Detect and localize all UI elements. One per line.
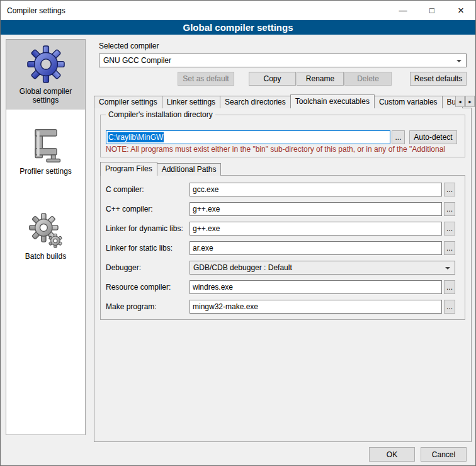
cpp-compiler-input[interactable] xyxy=(190,202,442,216)
debugger-select[interactable]: GDB/CDB debugger : Default xyxy=(190,261,455,275)
sidebar-item-profiler-settings[interactable]: Profiler settings xyxy=(6,121,85,181)
tab-strip: Compiler settings Linker settings Search… xyxy=(94,94,462,108)
sidebar-item-label: Batch builds xyxy=(8,252,83,261)
form-row: C++ compiler: ... xyxy=(101,202,465,216)
c-compiler-input[interactable] xyxy=(190,183,442,196)
form-row: Linker for dynamic libs: ... xyxy=(101,222,465,236)
sidebar-item-label: Global compiler settings xyxy=(8,87,83,105)
form-row: Resource compiler: ... xyxy=(101,280,465,294)
auto-detect-button[interactable]: Auto-detect xyxy=(409,130,457,144)
tab-scroll-left-icon[interactable]: ◄ xyxy=(455,96,465,107)
make-program-input[interactable] xyxy=(190,300,442,314)
make-program-label: Make program: xyxy=(106,302,157,311)
static-linker-input[interactable] xyxy=(190,241,442,255)
installation-directory-selected-text: C:\raylib\MinGW xyxy=(108,132,164,142)
tab-search-directories[interactable]: Search directories xyxy=(220,96,291,108)
rename-button[interactable]: Rename xyxy=(297,72,344,86)
window-controls: — □ × xyxy=(388,1,475,20)
close-icon[interactable]: × xyxy=(446,1,475,20)
selected-compiler-value: GNU GCC Compiler xyxy=(103,56,171,65)
browse-button[interactable]: ... xyxy=(392,130,405,144)
tab-toolchain-executables[interactable]: Toolchain executables xyxy=(290,94,375,108)
compiler-settings-window: Compiler settings — □ × Global compiler … xyxy=(0,0,476,466)
installation-directory-group-title: Compiler's installation directory xyxy=(106,110,215,119)
note-text: NOTE: All programs must exist either in … xyxy=(106,145,462,154)
toolchain-executables-panel: Compiler's installation directory C:\ray… xyxy=(94,108,472,442)
cancel-button[interactable]: Cancel xyxy=(421,447,467,462)
reset-defaults-button[interactable]: Reset defaults xyxy=(410,72,467,86)
c-compiler-label: C compiler: xyxy=(106,185,144,194)
selected-compiler-select[interactable]: GNU GCC Compiler xyxy=(99,54,467,67)
sidebar: Global compiler settings Profiler settin… xyxy=(6,39,86,435)
form-row: Linker for static libs: ... xyxy=(101,241,465,255)
form-row: C compiler: ... xyxy=(101,183,465,196)
debugger-select-value: GDB/CDB debugger : Default xyxy=(193,263,292,272)
tab-compiler-settings[interactable]: Compiler settings xyxy=(94,96,162,108)
ok-button[interactable]: OK xyxy=(369,447,415,462)
debugger-label: Debugger: xyxy=(106,263,141,272)
subtab-additional-paths[interactable]: Additional Paths xyxy=(157,163,222,176)
subtab-strip: Program Files Additional Paths xyxy=(100,162,220,176)
dialog-header-title: Global compiler settings xyxy=(1,20,475,35)
installation-directory-group: Compiler's installation directory C:\ray… xyxy=(100,115,465,157)
sidebar-item-global-compiler-settings[interactable]: Global compiler settings xyxy=(6,40,85,110)
selected-compiler-label: Selected compiler xyxy=(99,42,159,50)
resource-compiler-input[interactable] xyxy=(190,280,442,294)
tab-scroll-right-icon[interactable]: ► xyxy=(465,96,475,107)
minimize-icon[interactable]: — xyxy=(388,1,417,20)
form-row: Debugger: GDB/CDB debugger : Default xyxy=(101,261,465,275)
sidebar-item-label: Profiler settings xyxy=(8,167,83,176)
tab-linker-settings[interactable]: Linker settings xyxy=(162,96,220,108)
set-as-default-button[interactable]: Set as default xyxy=(178,72,234,86)
copy-button[interactable]: Copy xyxy=(249,72,296,86)
sidebar-item-batch-builds[interactable]: Batch builds xyxy=(6,207,85,266)
browse-button[interactable]: ... xyxy=(444,222,455,236)
browse-button[interactable]: ... xyxy=(444,183,455,196)
tab-custom-variables[interactable]: Custom variables xyxy=(374,96,443,108)
maximize-icon[interactable]: □ xyxy=(417,1,446,20)
chevron-down-icon xyxy=(445,267,450,272)
resource-compiler-label: Resource compiler: xyxy=(106,283,171,292)
profiler-tool-icon xyxy=(27,126,65,164)
static-linker-label: Linker for static libs: xyxy=(106,244,173,253)
program-files-panel: C compiler: ... C++ compiler: ... Linker… xyxy=(100,175,465,320)
dynamic-linker-label: Linker for dynamic libs: xyxy=(106,224,183,233)
blue-gear-icon xyxy=(26,45,65,84)
browse-button[interactable]: ... xyxy=(444,241,455,255)
subtab-program-files[interactable]: Program Files xyxy=(100,162,157,176)
cpp-compiler-label: C++ compiler: xyxy=(106,205,153,213)
titlebar: Compiler settings — □ × xyxy=(1,1,475,20)
form-row: Make program: ... xyxy=(101,300,465,314)
gray-gears-icon xyxy=(28,212,64,249)
browse-button[interactable]: ... xyxy=(444,280,455,294)
browse-button[interactable]: ... xyxy=(444,202,455,216)
window-title: Compiler settings xyxy=(7,6,65,15)
chevron-down-icon xyxy=(456,60,462,65)
browse-button[interactable]: ... xyxy=(444,300,455,314)
delete-button[interactable]: Delete xyxy=(344,72,392,86)
dynamic-linker-input[interactable] xyxy=(190,222,442,236)
installation-directory-input[interactable]: C:\raylib\MinGW xyxy=(106,130,390,144)
